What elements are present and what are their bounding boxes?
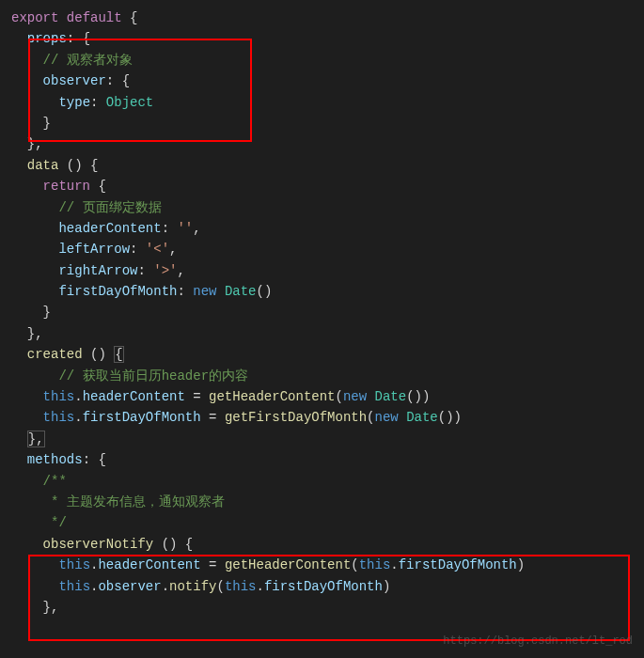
code-line: } [0,113,644,133]
code-line: observer: { [0,70,644,91]
code-line: this.headerContent = getHeaderContent(ne… [0,386,644,407]
code-line: } [0,302,644,322]
code-line: this.observer.notify(this.firstDayOfMont… [0,576,644,597]
code-line: type: Object [0,92,644,113]
code-line: firstDayOfMonth: new Date() [0,281,644,302]
code-line: export default { [0,8,644,28]
code-line: created () { [0,344,644,365]
code-line: props: { [0,28,644,49]
code-line: observerNotify () { [0,534,644,555]
code-line: headerContent: '', [0,218,644,239]
code-line: }, [0,133,644,154]
watermark-text: https://blog.csdn.net/lt_rod [443,633,633,650]
code-line: // 页面绑定数据 [0,197,644,218]
code-line: * 主题发布信息，通知观察者 [0,492,644,512]
code-line: methods: { [0,449,644,470]
code-line: }, [0,429,644,449]
code-line: }, [0,323,644,344]
code-line: leftArrow: '<', [0,239,644,259]
code-line: rightArrow: '>', [0,260,644,281]
code-line: /** [0,471,644,492]
code-line: }, [0,597,644,618]
code-line: return { [0,176,644,196]
code-line: // 获取当前日历header的内容 [0,366,644,386]
code-line: data () { [0,155,644,176]
code-line: this.firstDayOfMonth = getFirstDayOfMont… [0,407,644,428]
code-line: this.headerContent = getHeaderContent(th… [0,555,644,575]
code-editor[interactable]: export default { props: { // 观察者对象 obser… [0,0,644,625]
code-line: // 观察者对象 [0,50,644,70]
code-line: */ [0,512,644,533]
